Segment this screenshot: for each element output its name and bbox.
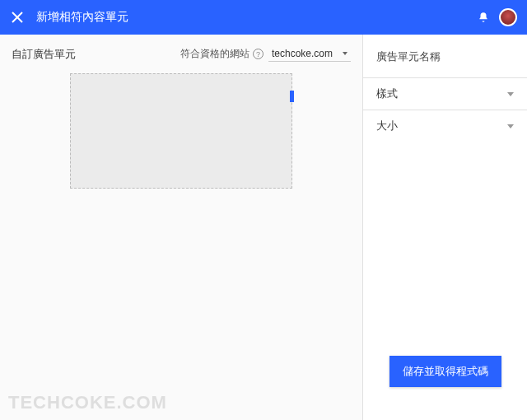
help-icon[interactable]: ? bbox=[253, 49, 264, 59]
eligible-site-label: 符合資格的網站 bbox=[180, 47, 250, 61]
notifications-icon[interactable] bbox=[476, 10, 491, 25]
chevron-down-icon bbox=[507, 92, 514, 96]
watermark: TECHCOKE.COM bbox=[8, 392, 167, 413]
resize-handle[interactable] bbox=[290, 91, 294, 102]
preview-pane: 自訂廣告單元 符合資格的網站 ? techcoke.com TECHCOKE.C… bbox=[0, 35, 362, 420]
spacer bbox=[363, 142, 527, 356]
ad-preview-box bbox=[70, 73, 292, 189]
eligible-site-group: 符合資格的網站 ? techcoke.com bbox=[180, 46, 351, 62]
custom-ad-unit-label: 自訂廣告單元 bbox=[12, 47, 76, 62]
style-section[interactable]: 樣式 bbox=[363, 77, 527, 110]
page-title: 新增相符內容單元 bbox=[36, 10, 476, 25]
save-and-get-code-button[interactable]: 儲存並取得程式碼 bbox=[389, 356, 501, 387]
site-select[interactable]: techcoke.com bbox=[268, 46, 351, 62]
chevron-down-icon bbox=[343, 52, 347, 55]
close-icon[interactable] bbox=[10, 10, 25, 25]
size-label: 大小 bbox=[376, 119, 507, 133]
settings-pane: 廣告單元名稱 樣式 大小 儲存並取得程式碼 bbox=[362, 35, 527, 420]
app-header: 新增相符內容單元 bbox=[0, 0, 527, 35]
avatar[interactable] bbox=[499, 8, 517, 26]
size-section[interactable]: 大小 bbox=[363, 110, 527, 142]
site-select-value: techcoke.com bbox=[272, 48, 338, 59]
preview-top-bar: 自訂廣告單元 符合資格的網站 ? techcoke.com bbox=[12, 46, 351, 62]
chevron-down-icon bbox=[507, 124, 514, 128]
content-area: 自訂廣告單元 符合資格的網站 ? techcoke.com TECHCOKE.C… bbox=[0, 35, 527, 420]
save-button-wrap: 儲存並取得程式碼 bbox=[363, 356, 527, 420]
ad-unit-name-label: 廣告單元名稱 bbox=[363, 46, 527, 77]
style-label: 樣式 bbox=[376, 86, 507, 101]
